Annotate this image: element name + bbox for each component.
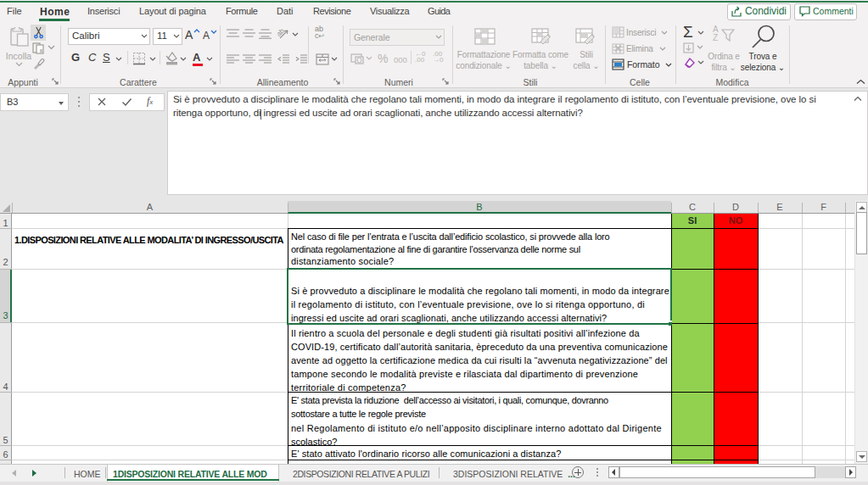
svg-text:ab: ab	[277, 27, 286, 38]
